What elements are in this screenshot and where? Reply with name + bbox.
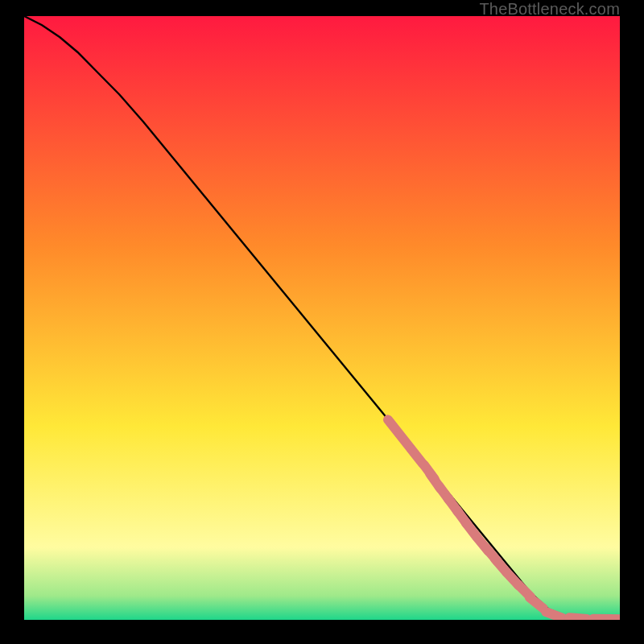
plot-area (24, 16, 620, 620)
curve-marker (569, 617, 587, 619)
curve-marker (530, 597, 543, 609)
chart-stage: TheBottleneck.com (0, 0, 644, 644)
bottleneck-curve (24, 16, 620, 619)
curve-layer (24, 16, 620, 620)
curve-markers (388, 419, 620, 619)
curve-marker (546, 612, 563, 618)
